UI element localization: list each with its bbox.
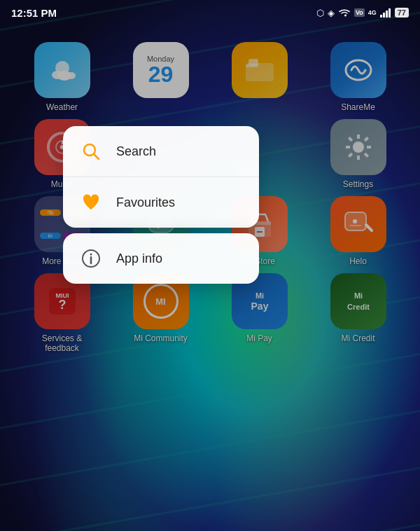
status-bar: 12:51 PM ⬡ ◈ Vo 4G 77	[0, 0, 420, 25]
context-menu-search[interactable]: Search	[63, 126, 259, 177]
svg-line-38	[94, 154, 99, 159]
lte-icon: 4G	[368, 9, 377, 16]
status-icons: ⬡ ◈ Vo 4G 77	[316, 8, 409, 18]
svg-rect-1	[383, 13, 385, 18]
wifi-icon	[338, 8, 351, 18]
context-menu-group-main: Search Favourites	[63, 126, 259, 228]
svg-rect-0	[380, 15, 382, 18]
signal-icon	[380, 8, 391, 18]
context-menu-appinfo[interactable]: App info	[63, 233, 259, 284]
notification-icon-2: ◈	[328, 8, 335, 18]
search-label: Search	[116, 144, 156, 159]
svg-rect-2	[386, 11, 388, 18]
favourites-label: Favourites	[116, 195, 175, 210]
svg-rect-3	[388, 8, 391, 18]
context-menu-favourites[interactable]: Favourites	[63, 177, 259, 228]
status-time: 12:51 PM	[11, 7, 57, 19]
appinfo-label: App info	[116, 251, 162, 266]
volte-icon: Vo	[354, 8, 365, 17]
search-icon	[78, 139, 104, 164]
info-icon	[78, 246, 104, 271]
battery-icon: 77	[395, 8, 409, 18]
context-menu-group-appinfo: App info	[63, 233, 259, 284]
heart-icon	[78, 190, 104, 215]
notification-icon-1: ⬡	[316, 8, 324, 18]
svg-point-41	[90, 254, 92, 256]
context-menu: Search Favourites App info	[63, 126, 259, 284]
